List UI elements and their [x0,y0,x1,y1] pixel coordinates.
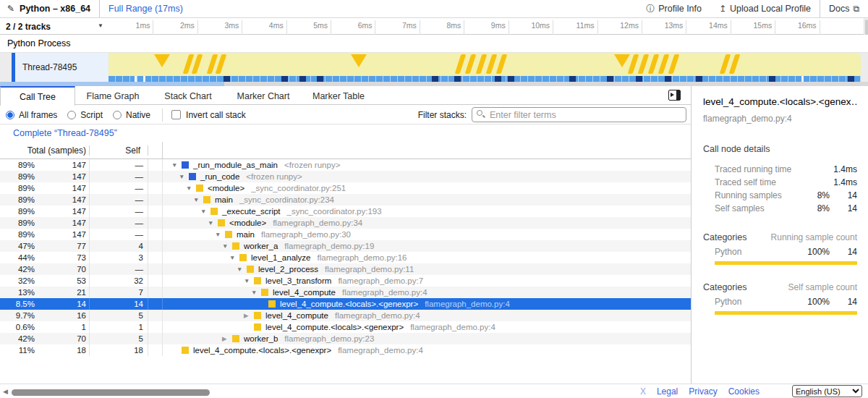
sidebar-toggle-button[interactable] [668,90,681,101]
call-tree-row[interactable]: 32%5332▼level_3_transformflamegraph_demo… [0,275,691,287]
expand-closed-icon[interactable]: ▶ [222,335,232,342]
expand-open-icon[interactable]: ▼ [237,266,247,273]
column-total-header[interactable]: Total (samples) [0,145,90,156]
expand-open-icon[interactable]: ▼ [208,219,218,226]
call-tree-rows: 89%147—▼_run_module_as_main<frozen runpy… [0,159,691,356]
call-tree-row[interactable]: 0.6%11level_4_compute.<locals>.<genexpr>… [0,321,691,333]
cpu-dark-segment [696,76,702,82]
breadcrumb[interactable]: Complete “Thread-78495” [0,124,691,142]
breadcrumb-range-label[interactable]: Complete “Thread-78495” [13,128,117,138]
sidebar-detail-row: Self samples8%14 [703,202,857,215]
sidebar-categories: CategoriesRunning sample countPython100%… [703,232,857,315]
scroll-left-icon[interactable]: ◀ [3,388,8,395]
expand-open-icon[interactable]: ▼ [229,254,239,261]
language-select[interactable]: English (US) [792,385,862,397]
upload-profile-button[interactable]: ↥ Upload Local Profile [710,0,820,17]
thread-track[interactable]: Thread-78495 [0,53,868,82]
row-total-percent: 42% [0,334,35,343]
footer-link-privacy[interactable]: Privacy [689,386,717,397]
detail-label: Traced self time [715,177,802,187]
call-tree-row[interactable]: 89%147—▼<module>flamegraph_demo.py:34 [0,217,691,229]
cpu-dark-segment [569,76,576,82]
expand-open-icon[interactable]: ▼ [193,196,203,203]
profile-name[interactable]: Python – x86_64 [20,4,99,14]
call-tree-row[interactable]: 89%147—▼main_sync_coordinator.py:234 [0,194,691,206]
full-range-button[interactable]: Full Range (17ms) [99,0,192,17]
python-frame-icon [196,185,203,192]
tab-marker-chart[interactable]: Marker Chart [226,86,301,105]
cpu-dark-segment [508,76,514,82]
process-track-header[interactable]: Python Process [0,35,868,53]
thread-track-label[interactable]: Thread-78495 [15,53,109,82]
call-tree-row[interactable]: 9.7%165▶level_4_computeflamegraph_demo.p… [0,310,691,321]
python-frame-icon [254,323,261,331]
call-tree-row[interactable]: 89%147—▼<module>_sync_coordinator.py:251 [0,182,691,194]
call-tree-row[interactable]: 89%147—▼_execute_script_sync_coordinator… [0,206,691,217]
python-frame-icon [232,242,239,250]
row-total-samples: 147 [35,219,89,227]
time-tick-label: 5ms [290,21,328,32]
docs-link[interactable]: Docs ⧉ [820,0,868,17]
call-tree-row[interactable]: 42%705▶worker_bflamegraph_demo.py:23 [0,333,691,344]
call-tree-row[interactable]: 89%147—▼_run_module_as_main<frozen runpy… [0,159,691,171]
chevron-down-icon: ▼ [98,22,103,29]
call-tree-row[interactable]: 89%147—▼_run_code<frozen runpy> [0,171,691,182]
tab-stack-chart[interactable]: Stack Chart [150,86,226,105]
python-frame-icon [218,219,225,226]
call-tree-row[interactable]: 42%70—▼level_2_processflamegraph_demo.py… [0,263,691,275]
function-name: _execute_script [222,207,281,216]
call-tree-row[interactable]: 8.5%1414level_4_compute.<locals>.<genexp… [0,298,691,310]
radio-all-frames[interactable]: All frames [6,110,57,120]
radio-native[interactable]: Native [113,110,150,120]
cpu-dark-segment [495,76,501,82]
call-tree-row[interactable]: 13%217▼level_4_computeflamegraph_demo.py… [0,287,691,298]
row-self-samples: — [90,263,148,275]
detail-value: 1.4ms [830,177,857,187]
expand-open-icon[interactable]: ▼ [179,173,189,180]
horizontal-scrollbar-thumb[interactable] [12,389,210,396]
invert-call-stack-checkbox[interactable]: Invert call stack [171,110,246,120]
tab-call-tree[interactable]: Call Tree [0,86,75,106]
sidebar-toggle-icon [671,93,674,97]
detail-label: Self samples [715,203,802,213]
profile-info-label: Profile Info [658,4,702,14]
search-icon [477,110,482,116]
tracks-dropdown[interactable]: 2 / 2 tracks [6,18,51,35]
python-frame-icon [261,289,268,296]
row-total-percent: 32% [0,276,35,285]
function-origin: flamegraph_demo.py:34 [273,219,362,227]
expand-open-icon[interactable]: ▼ [222,242,232,250]
categories-count-label: Self sample count [788,282,857,292]
expand-open-icon[interactable]: ▼ [244,277,254,284]
sample-strip[interactable] [109,76,861,82]
sidebar-function-title: level_4_compute.<locals>.<genex… [703,96,857,107]
call-tree-row[interactable]: 89%147—▼mainflamegraph_demo.py:30 [0,229,691,240]
column-self-header[interactable]: Self [90,145,148,156]
expand-closed-icon[interactable]: ▶ [244,312,254,319]
radio-script[interactable]: Script [67,110,103,120]
filter-stacks-input[interactable] [472,107,686,122]
call-tree-row[interactable]: 11%1818level_4_compute.<locals>.<genexpr… [0,344,691,356]
python-frame-icon [203,196,210,203]
sidebar-detail-row: Traced self time1.4ms [703,176,857,189]
footer-link-cookies[interactable]: Cookies [728,386,760,397]
footer-link-x[interactable]: X [640,386,646,397]
row-self-samples: 5 [90,333,148,344]
thread-activity-graph[interactable] [109,53,861,82]
expand-open-icon[interactable]: ▼ [251,289,261,296]
expand-open-icon[interactable]: ▼ [215,231,225,238]
tab-label: Marker Chart [237,91,290,101]
call-tree-row[interactable]: 47%774▼worker_aflamegraph_demo.py:19 [0,240,691,252]
expand-open-icon[interactable]: ▼ [171,161,182,169]
footer-link-legal[interactable]: Legal [657,386,678,397]
expand-open-icon[interactable]: ▼ [186,185,196,192]
detail-percent: 8% [802,203,830,213]
expand-open-icon[interactable]: ▼ [200,208,210,215]
call-tree-row[interactable]: 44%733▼level_1_analyzeflamegraph_demo.py… [0,252,691,263]
edit-profile-name-icon[interactable]: ✎ [7,4,14,14]
tab-flame-graph[interactable]: Flame Graph [75,86,150,105]
row-total-percent: 89% [0,230,35,239]
profile-info-button[interactable]: ⓘ Profile Info [637,0,710,17]
tab-marker-table[interactable]: Marker Table [301,86,376,105]
category-row: Python100%14 [703,295,857,308]
